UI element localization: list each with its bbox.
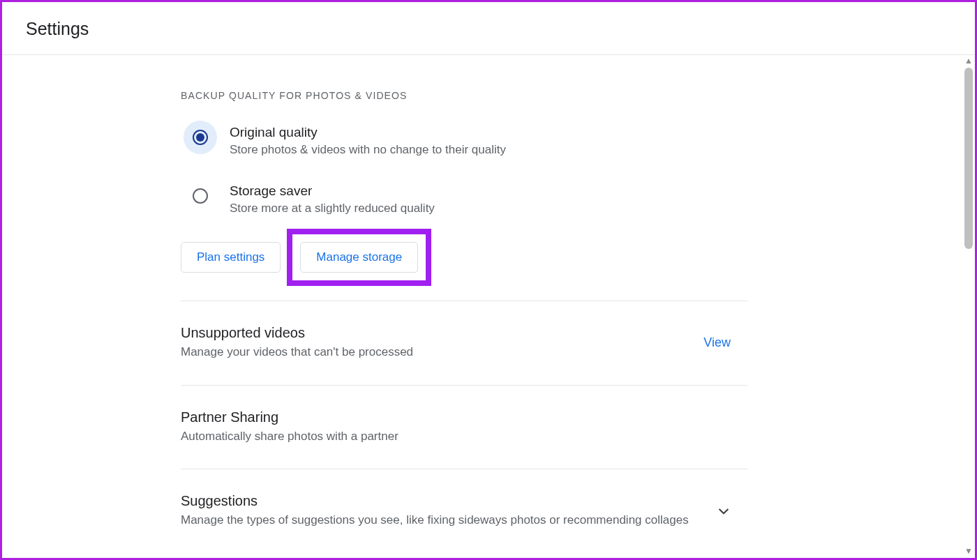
plan-settings-button[interactable]: Plan settings	[181, 242, 281, 273]
radio-icon	[184, 179, 217, 213]
row-desc: Manage your videos that can't be process…	[181, 344, 689, 361]
option-title: Original quality	[230, 125, 747, 140]
row-title: Partner Sharing	[181, 409, 733, 425]
row-desc: Automatically share photos with a partne…	[181, 428, 733, 446]
section-label-backup-quality: BACKUP QUALITY FOR PHOTOS & VIDEOS	[181, 90, 747, 101]
option-desc: Store more at a slightly reduced quality	[230, 202, 747, 215]
row-title: Unsupported videos	[181, 325, 689, 341]
row-unsupported-videos[interactable]: Unsupported videos Manage your videos th…	[181, 301, 747, 386]
page-title: Settings	[26, 19, 951, 39]
highlight-annotation: Manage storage	[287, 229, 431, 286]
radio-icon	[184, 121, 217, 154]
view-button[interactable]: View	[703, 335, 747, 350]
scrollbar[interactable]: ▲ ▼	[962, 55, 975, 557]
header: Settings	[2, 2, 975, 55]
option-desc: Store photos & videos with no change to …	[230, 143, 747, 157]
scroll-up-icon[interactable]: ▲	[964, 56, 974, 65]
button-row: Plan settings Manage storage	[181, 242, 747, 273]
radio-storage-saver[interactable]: Storage saver Store more at a slightly r…	[181, 183, 747, 215]
manage-storage-button[interactable]: Manage storage	[300, 242, 418, 273]
radio-original-quality[interactable]: Original quality Store photos & videos w…	[181, 125, 747, 157]
scroll-down-icon[interactable]: ▼	[964, 547, 974, 555]
row-partner-sharing[interactable]: Partner Sharing Automatically share phot…	[181, 386, 747, 470]
row-desc: Manage the types of suggestions you see,…	[181, 512, 703, 529]
scroll-thumb[interactable]	[964, 68, 973, 249]
option-title: Storage saver	[230, 183, 747, 199]
settings-content: BACKUP QUALITY FOR PHOTOS & VIDEOS Origi…	[181, 55, 747, 553]
row-title: Suggestions	[181, 493, 703, 509]
row-suggestions[interactable]: Suggestions Manage the types of suggesti…	[181, 469, 747, 553]
chevron-down-icon	[717, 504, 731, 518]
